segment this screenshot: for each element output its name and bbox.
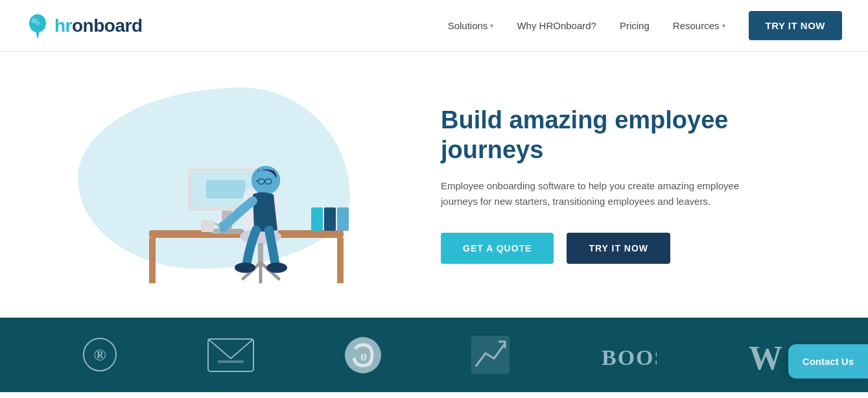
hero-title: Build amazing employee journeys (441, 106, 829, 165)
desk-scene-svg (110, 94, 357, 288)
navbar: hronboard Solutions ▾ Why HROnboard? Pri… (0, 0, 868, 52)
svg-text:®: ® (93, 345, 106, 364)
svg-text:W: W (749, 340, 782, 376)
svg-point-3 (35, 21, 40, 26)
svg-rect-14 (258, 243, 263, 263)
svg-rect-28 (324, 207, 336, 231)
svg-point-25 (235, 263, 255, 273)
nav-pricing[interactable]: Pricing (620, 20, 650, 31)
partner-chart-logo (469, 334, 511, 376)
svg-point-26 (266, 263, 287, 273)
chevron-down-icon: ▾ (490, 22, 493, 29)
nav-why-hronboard[interactable]: Why HROnboard? (517, 20, 596, 31)
svg-text:BOOST: BOOST (602, 345, 657, 369)
svg-rect-39 (218, 360, 244, 363)
nav-solutions[interactable]: Solutions ▾ (448, 20, 494, 31)
nav-links: Solutions ▾ Why HROnboard? Pricing Resou… (448, 11, 842, 40)
svg-rect-27 (311, 207, 323, 231)
hero-illustration (65, 81, 402, 288)
svg-rect-35 (353, 222, 357, 232)
logo-icon (26, 12, 49, 40)
svg-rect-5 (149, 238, 156, 283)
svg-rect-38 (208, 339, 253, 371)
hero-subtitle: Employee onboarding software to help you… (441, 178, 752, 209)
contact-us-button[interactable]: Contact Us (788, 344, 868, 379)
get-quote-button[interactable]: GET A QUOTE (441, 233, 554, 264)
svg-rect-6 (337, 238, 344, 283)
partner-boost-logo: BOOST (598, 339, 657, 371)
hero-buttons: GET A QUOTE TRY IT NOW (441, 233, 829, 264)
svg-rect-30 (201, 220, 214, 232)
svg-text:o: o (360, 349, 367, 363)
hero-content: Build amazing employee journeys Employee… (402, 106, 829, 263)
svg-rect-11 (206, 180, 245, 198)
partner-w-logo: W (744, 334, 786, 376)
svg-line-23 (256, 181, 258, 181)
partner-strip: ® o BOOST W (0, 318, 868, 392)
logo-text: hronboard (54, 16, 143, 36)
hero-section: Build amazing employee journeys Employee… (0, 52, 868, 318)
svg-rect-29 (337, 207, 349, 231)
partner-r-logo: ® (82, 337, 118, 373)
chevron-down-icon: ▾ (722, 22, 725, 29)
nav-resources[interactable]: Resources ▾ (673, 20, 725, 31)
logo[interactable]: hronboard (26, 12, 143, 40)
try-now-button[interactable]: TRY IT NOW (567, 233, 670, 264)
partner-vodafone-logo: o (344, 336, 382, 375)
nav-try-now-button[interactable]: TRY IT NOW (749, 11, 843, 40)
partner-email-logo (205, 336, 257, 375)
